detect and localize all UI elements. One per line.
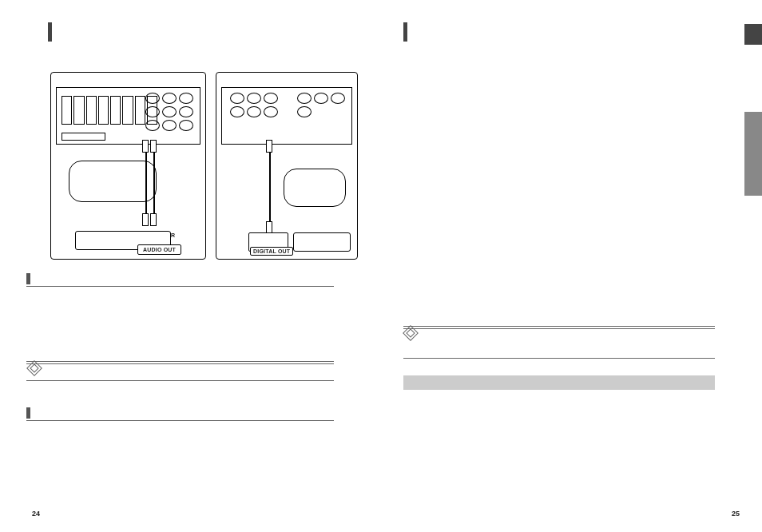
- page-number-right: 25: [732, 510, 740, 518]
- section-marker: [26, 273, 30, 284]
- rca-plug-icon: [150, 140, 157, 153]
- audio-out-label: AUDIO OUT: [137, 244, 181, 255]
- channel-r-label: R: [171, 232, 175, 238]
- diagram-analog-audio-connection: AUDIO OUT R: [50, 72, 206, 260]
- page-number-left: 24: [32, 510, 40, 518]
- audio-cable: [153, 143, 155, 223]
- rca-plug-icon: [150, 213, 157, 226]
- digital-out-label: DIGITAL OUT: [250, 247, 293, 256]
- section-marker: [26, 407, 30, 419]
- receiver-rear-panel: [221, 87, 352, 145]
- double-rule: [403, 326, 715, 327]
- highlight-strip: [403, 375, 715, 390]
- double-rule: [26, 361, 334, 362]
- rca-plug-icon: [142, 213, 149, 226]
- optical-cable: [269, 143, 271, 231]
- page-24: AUDIO OUT R DIGITAL OUT: [0, 0, 381, 532]
- page-25: ≀ FM 75 Ω RADIO ANT FM 75 Ω: [381, 0, 762, 532]
- section-rule: [403, 358, 715, 359]
- section-rule: [26, 286, 334, 287]
- external-device: [293, 232, 351, 252]
- section-rule: [26, 380, 334, 381]
- optical-plug-icon: [266, 140, 272, 153]
- callout-bubble: [69, 161, 157, 202]
- rca-plug-icon: [142, 140, 149, 153]
- diagram-digital-audio-connection: DIGITAL OUT: [216, 72, 358, 260]
- receiver-rear-panel: [56, 87, 200, 145]
- audio-cable: [145, 143, 147, 223]
- section-rule: [26, 420, 334, 421]
- callout-bubble: [284, 169, 346, 207]
